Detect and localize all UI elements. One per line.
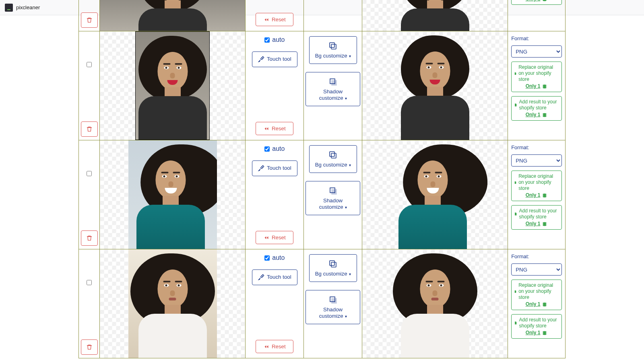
- tools-icon: [258, 56, 264, 62]
- bg-customize-button[interactable]: Bg customize▾: [309, 145, 357, 173]
- svg-rect-23: [330, 261, 334, 265]
- file-icon: [514, 71, 517, 76]
- auto-checkbox-row[interactable]: auto: [264, 145, 285, 152]
- coins-icon: [542, 302, 547, 307]
- coins-icon: [542, 193, 547, 198]
- touch-tool-label: Touch tool: [267, 165, 291, 172]
- svg-rect-14: [331, 153, 336, 158]
- reset-label: Reset: [272, 343, 286, 350]
- auto-checkbox[interactable]: [264, 37, 270, 43]
- row-checkbox[interactable]: [87, 62, 92, 67]
- format-select[interactable]: PNG: [511, 154, 562, 167]
- replace-label: Replace original on your shopify store: [518, 173, 559, 191]
- tool-column: auto Touch tool Reset: [246, 140, 303, 249]
- replace-shopify-button[interactable]: Replace original on your shopify store O…: [511, 280, 562, 310]
- auto-checkbox[interactable]: [264, 255, 270, 261]
- file-icon: [514, 102, 517, 108]
- shadow-customize-button[interactable]: Shadow customize▾: [305, 72, 360, 106]
- file-icon: [514, 180, 517, 185]
- customize-column: Bg customize▾ Shadow customize▾: [304, 140, 362, 249]
- reset-button[interactable]: Reset: [256, 13, 293, 26]
- shadow-customize-button[interactable]: Shadow customize▾: [305, 290, 360, 324]
- file-icon: [514, 289, 517, 294]
- svg-rect-13: [330, 152, 334, 156]
- tool-column: auto Touch tool Reset: [246, 31, 303, 140]
- replace-label: Replace original on your shopify store: [518, 282, 559, 300]
- customize-column: Bg customize▾ Shadow customize▾: [304, 31, 362, 140]
- delete-button[interactable]: [81, 339, 98, 355]
- touch-tool-button[interactable]: Touch tool: [252, 51, 297, 67]
- chevron-down-icon: ▾: [349, 54, 351, 58]
- row-checkbox[interactable]: [87, 280, 92, 285]
- table-row: auto Touch tool Reset Bg customize▾: [79, 31, 566, 140]
- coins-icon: [542, 112, 547, 118]
- bg-customize-button[interactable]: Bg customize▾: [309, 36, 357, 64]
- format-select[interactable]: PNG: [511, 45, 562, 58]
- trash-icon: [86, 235, 93, 241]
- auto-label: auto: [272, 254, 285, 261]
- delete-button[interactable]: [81, 230, 98, 246]
- bg-customize-button[interactable]: Bg customize▾: [309, 254, 357, 282]
- replace-shopify-button[interactable]: Replace original on your shopify store O…: [511, 171, 562, 201]
- shadow-customize-button[interactable]: Shadow customize▾: [305, 181, 360, 215]
- svg-point-19: [543, 196, 547, 197]
- auto-label: auto: [272, 145, 285, 152]
- result-image: [362, 0, 508, 31]
- layers-icon: [328, 259, 338, 269]
- bg-customize-label: Bg customize: [315, 53, 347, 59]
- shadow-customize-label: Shadow customize: [319, 197, 343, 210]
- bg-customize-label: Bg customize: [315, 271, 347, 277]
- original-image: [100, 140, 245, 249]
- add-shopify-button[interactable]: Add result to your shopify store Only 1: [511, 96, 562, 121]
- coins-icon: [542, 0, 547, 2]
- credit-cost: Only 1: [526, 192, 548, 198]
- add-shopify-button[interactable]: Add result to your shopify store Only 1: [511, 314, 562, 339]
- row-actions: [79, 249, 99, 358]
- table-row: auto Touch tool Reset Bg customize▾: [79, 140, 566, 249]
- chevron-down-icon: ▾: [345, 314, 347, 319]
- reset-label: Reset: [272, 234, 286, 241]
- add-label: Add result to your shopify store: [519, 317, 559, 329]
- replace-shopify-button[interactable]: Only 1: [511, 0, 562, 5]
- svg-rect-3: [330, 43, 334, 47]
- result-image: [362, 249, 508, 358]
- original-image: [100, 0, 245, 31]
- auto-checkbox-row[interactable]: auto: [264, 36, 285, 43]
- chevron-down-icon: ▾: [349, 163, 351, 167]
- row-checkbox[interactable]: [87, 171, 92, 176]
- touch-tool-button[interactable]: Touch tool: [252, 160, 297, 176]
- reset-button[interactable]: Reset: [256, 340, 293, 353]
- row-actions: [79, 0, 99, 31]
- svg-rect-26: [332, 298, 336, 303]
- credit-cost: Only 1: [526, 83, 548, 89]
- trash-icon: [86, 17, 93, 23]
- reset-button[interactable]: Reset: [256, 231, 293, 244]
- reset-button[interactable]: Reset: [256, 122, 293, 135]
- credit-cost: Only 1: [526, 330, 548, 336]
- reset-label: Reset: [272, 16, 286, 23]
- result-image: [362, 31, 508, 140]
- bg-customize-label: Bg customize: [315, 162, 347, 168]
- auto-checkbox-row[interactable]: auto: [264, 254, 285, 261]
- row-actions: [79, 31, 99, 140]
- svg-point-2: [543, 0, 547, 1]
- svg-rect-24: [331, 262, 336, 267]
- export-column: Format: PNG Replace original on your sho…: [508, 249, 565, 343]
- shadow-icon: [328, 185, 338, 196]
- delete-button[interactable]: [81, 121, 98, 137]
- rewind-icon: [264, 344, 269, 349]
- shadow-customize-label: Shadow customize: [319, 306, 343, 319]
- delete-button[interactable]: [81, 12, 98, 28]
- touch-tool-button[interactable]: Touch tool: [252, 269, 297, 285]
- replace-label: Replace original on your shopify store: [518, 64, 559, 82]
- format-select[interactable]: PNG: [511, 263, 562, 276]
- svg-point-32: [543, 333, 547, 335]
- table-row: Reset Only 1: [79, 0, 566, 31]
- replace-shopify-button[interactable]: Replace original on your shopify store O…: [511, 62, 562, 92]
- row-actions: [79, 140, 99, 249]
- tool-column: Reset: [246, 0, 303, 31]
- format-label: Format:: [511, 144, 562, 150]
- format-label: Format:: [511, 35, 562, 41]
- auto-checkbox[interactable]: [264, 146, 270, 152]
- add-shopify-button[interactable]: Add result to your shopify store Only 1: [511, 205, 562, 230]
